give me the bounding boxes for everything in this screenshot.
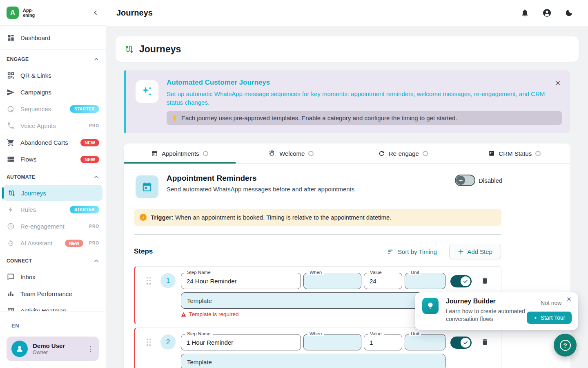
chevron-up-icon (94, 174, 99, 180)
sidebar-item-activity-heatmap[interactable]: Activity Heatmap (0, 302, 106, 311)
notifications-bell-icon[interactable] (521, 9, 529, 17)
waving-hand-icon (269, 150, 276, 157)
step-name-label: Step Name (185, 270, 213, 275)
drag-handle-icon[interactable] (147, 277, 151, 285)
brand-line2: ening (23, 13, 35, 18)
dark-mode-moon-icon[interactable] (565, 9, 573, 17)
phone-icon (7, 122, 15, 130)
sort-by-timing-button[interactable]: Sort by Timing (387, 248, 437, 255)
step-name-field[interactable]: Step Name (181, 334, 301, 350)
sidebar-item-ai-assistant[interactable]: AI Assistant NEW PRO (0, 235, 106, 251)
sidebar-item-flows[interactable]: Flows NEW (0, 151, 106, 168)
sidebar-item-journeys[interactable]: Journeys (3, 185, 102, 201)
template-select[interactable]: Template (181, 354, 445, 368)
trigger-banner: i Trigger: When an appointment is booked… (134, 209, 501, 226)
section-divider (134, 234, 501, 235)
tab-status-radio (535, 151, 541, 156)
bar-chart-icon (7, 290, 15, 298)
delete-step-icon[interactable] (481, 338, 489, 346)
template-select[interactable]: Template (181, 292, 445, 309)
language-selector[interactable]: EN (11, 323, 19, 329)
tab-label: Re-engage (389, 150, 419, 157)
new-badge: NEW (65, 240, 84, 247)
sidebar-item-abandoned-carts[interactable]: Abandoned Carts NEW (0, 134, 106, 151)
banner-tip-text: Each journey uses pre-approved templates… (181, 114, 457, 121)
category-title: Appointment Reminders (167, 174, 257, 183)
error-text: Template is required (189, 311, 239, 317)
user-menu-icon[interactable]: ⋮ (87, 345, 94, 353)
new-badge: NEW (80, 139, 99, 146)
when-select[interactable]: When (303, 334, 361, 350)
start-tour-label: Start Tour (541, 314, 565, 321)
user-card[interactable]: Demo User Owner ⋮ (7, 337, 99, 361)
tab-crm-status[interactable]: CRM Status (459, 144, 571, 163)
kanban-icon (488, 150, 495, 157)
step-enabled-toggle[interactable] (450, 275, 472, 287)
step-enabled-toggle[interactable] (450, 337, 472, 349)
banner-close-icon[interactable]: ✕ (555, 79, 561, 87)
tab-re-engage[interactable]: Re-engage (347, 144, 459, 163)
step-name-input[interactable] (181, 334, 301, 350)
sidebar-item-label: Abandoned Carts (20, 139, 68, 146)
add-step-label: Add Step (467, 248, 492, 255)
not-now-link[interactable]: Not now (541, 300, 561, 306)
sequence-icon (7, 105, 15, 113)
category-enable-toggle[interactable] (455, 175, 475, 186)
account-icon[interactable] (542, 8, 552, 18)
unit-select[interactable]: Unit (405, 334, 445, 350)
lightbulb-icon (172, 115, 178, 121)
add-step-button[interactable]: Add Step (449, 244, 501, 259)
lightbulb-tile-icon (422, 298, 439, 314)
step-name-field[interactable]: Step Name (181, 273, 301, 289)
main-content: Journeys Automated Customer Journeys Set… (106, 26, 588, 368)
tab-appointments[interactable]: Appointments (124, 144, 236, 163)
sidebar-item-label: Campaigns (20, 89, 51, 96)
journey-builder-popup: Journey Builder Learn how to create auto… (415, 292, 578, 330)
qr-code-icon (7, 72, 15, 80)
user-info: Demo User Owner (33, 342, 65, 356)
sidebar-item-campaigns[interactable]: Campaigns (0, 84, 106, 101)
pro-tier-label: PRO (89, 224, 99, 229)
section-header-engage[interactable]: ENGAGE (0, 52, 106, 67)
heatmap-grid-icon (7, 307, 15, 312)
when-select[interactable]: When (303, 273, 361, 289)
brand-logo: A (7, 7, 19, 19)
category-status-label: Disabled (479, 177, 502, 184)
sidebar-item-inbox[interactable]: Inbox (0, 269, 106, 285)
delete-step-icon[interactable] (481, 277, 489, 285)
popup-title: Journey Builder (446, 298, 496, 305)
sidebar-item-team-performance[interactable]: Team Performance (0, 285, 106, 302)
template-placeholder: Template (187, 297, 212, 304)
sidebar-item-qr-links[interactable]: QR & Links (0, 67, 106, 84)
brand-initial: A (10, 9, 15, 16)
sidebar-item-sequences[interactable]: Sequences STARTER (0, 101, 106, 117)
plus-icon (458, 249, 464, 255)
sidebar-collapse-icon[interactable] (92, 9, 99, 16)
sidebar: A App- ening Dashboard ENGAGE QR & Links… (0, 0, 106, 368)
value-field[interactable]: Value (364, 273, 402, 289)
step-name-input[interactable] (181, 273, 301, 289)
info-banner: Automated Customer Journeys Set up autom… (124, 70, 570, 133)
drag-handle-icon[interactable] (147, 339, 151, 346)
value-input[interactable] (364, 273, 402, 289)
tab-label: Welcome (279, 150, 305, 157)
help-button[interactable]: ? (554, 334, 577, 357)
trigger-label: Trigger: (151, 214, 174, 221)
start-tour-button[interactable]: Start Tour (527, 312, 572, 324)
question-mark-icon: ? (560, 340, 571, 351)
unit-select[interactable]: Unit (405, 273, 445, 289)
sidebar-item-rules[interactable]: Rules STARTER (0, 201, 106, 218)
calendar-icon (151, 150, 158, 157)
value-field[interactable]: Value (364, 334, 402, 350)
sidebar-item-dashboard[interactable]: Dashboard (0, 26, 106, 50)
tab-welcome[interactable]: Welcome (236, 144, 347, 163)
section-header-connect[interactable]: CONNECT (0, 253, 106, 269)
category-subtitle: Send automated WhatsApp messages before … (167, 186, 354, 193)
sidebar-item-re-engagement[interactable]: Re-engagement PRO (0, 218, 106, 235)
tab-label: CRM Status (499, 150, 532, 157)
sidebar-item-label: Rules (20, 206, 36, 213)
value-input[interactable] (364, 334, 402, 350)
section-header-automate[interactable]: AUTOMATE (0, 169, 106, 185)
sidebar-item-voice-agents[interactable]: Voice Agents PRO (0, 117, 106, 134)
popup-close-icon[interactable]: ✕ (566, 296, 572, 303)
